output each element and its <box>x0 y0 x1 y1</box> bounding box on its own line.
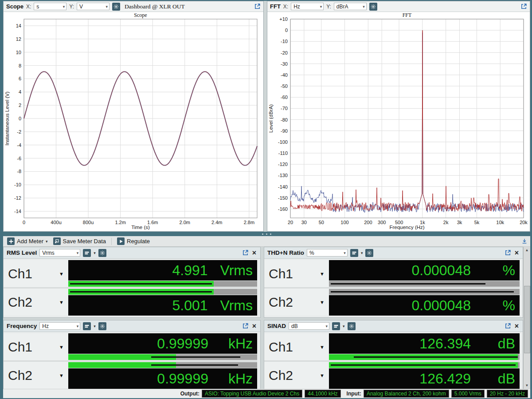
chevron-down-icon: ▾ <box>106 4 108 9</box>
chevron-down-icon: ▾ <box>363 4 365 9</box>
scrollbar-thumb[interactable] <box>524 286 530 353</box>
chevron-down-icon: ▼ <box>320 344 325 350</box>
svg-text:-100: -100 <box>278 139 288 145</box>
gear-icon[interactable] <box>369 3 377 11</box>
unit-select[interactable]: dB▾ <box>289 322 329 330</box>
svg-text:800u: 800u <box>83 220 94 225</box>
svg-text:3k: 3k <box>457 220 462 225</box>
svg-text:2.4m: 2.4m <box>211 220 222 225</box>
meters-scrollbar[interactable]: ▲ ▼ <box>523 247 530 389</box>
svg-text:-14: -14 <box>14 209 21 214</box>
level-bar <box>329 281 520 287</box>
save-meter-data-button[interactable]: Save Meter Data <box>52 237 108 245</box>
meter-display-icon[interactable] <box>83 249 91 257</box>
channel-selector[interactable]: Ch1▼ <box>264 260 329 287</box>
channel-selector[interactable]: Ch2▼ <box>4 362 68 389</box>
svg-text:2k: 2k <box>443 220 449 225</box>
svg-text:-20: -20 <box>281 50 288 55</box>
output-device-badge: ASIO: Topping USB Audio Device 2 Chs <box>202 390 302 398</box>
channel-selector[interactable]: Ch1▼ <box>4 260 68 287</box>
popout-icon[interactable] <box>520 3 527 10</box>
close-icon[interactable]: × <box>514 323 520 330</box>
svg-text:-10: -10 <box>281 39 288 44</box>
add-meter-button[interactable]: Add Meter ▾ <box>6 237 49 245</box>
input-label: Input: <box>347 391 361 397</box>
meter-display: 0.99999kHz <box>68 333 257 354</box>
level-bar <box>329 289 520 295</box>
chevron-down-icon: ▼ <box>320 271 325 277</box>
meter-display-icon[interactable] <box>350 249 358 257</box>
svg-text:+10: +10 <box>279 16 288 22</box>
unit-select[interactable]: Hz▾ <box>39 322 80 330</box>
popout-icon[interactable] <box>254 3 261 10</box>
regulate-button[interactable]: Regulate <box>116 237 151 245</box>
gear-icon[interactable] <box>98 249 106 257</box>
chevron-down-icon: ▼ <box>320 373 325 378</box>
scope-plot[interactable]: 0400u800u1.2m1.6m2.0m2.4m2.8m-14-12-10-8… <box>4 12 263 231</box>
meter-display: 0.000048% <box>329 295 520 316</box>
meter-display-icon[interactable] <box>83 322 91 330</box>
unit-select[interactable]: %▾ <box>307 249 348 257</box>
svg-text:20k: 20k <box>520 220 528 225</box>
meter-body: Ch1▼126.394dBCh2▼126.429dB <box>264 332 523 389</box>
dock-icon[interactable] <box>521 238 528 245</box>
svg-text:2.0m: 2.0m <box>180 220 190 225</box>
scope-x-axis-select[interactable]: s▾ <box>34 3 66 10</box>
meter-display-icon[interactable] <box>332 322 340 330</box>
scope-y-axis-select[interactable]: V▾ <box>77 3 110 10</box>
svg-text:-80: -80 <box>281 117 288 122</box>
meter-body: Ch1▼0.99999kHzCh2▼0.99999kHz <box>4 332 260 389</box>
svg-text:-150: -150 <box>278 195 288 201</box>
svg-text:4: 4 <box>19 89 21 95</box>
svg-text:50: 50 <box>319 220 324 225</box>
svg-text:20: 20 <box>288 220 293 225</box>
fft-panel-header: FFT X: Hz▾ Y: dBrA▾ <box>267 1 530 12</box>
chevron-down-icon: ▼ <box>59 271 64 277</box>
unit-select[interactable]: Vrms▾ <box>39 249 80 257</box>
channel-selector[interactable]: Ch2▼ <box>264 362 329 389</box>
svg-text:Time (s): Time (s) <box>131 225 150 230</box>
svg-text:-10: -10 <box>14 182 21 187</box>
chevron-down-icon: ▾ <box>94 251 96 255</box>
channel-selector[interactable]: Ch2▼ <box>4 288 68 316</box>
level-bar <box>68 354 257 360</box>
gear-icon[interactable] <box>365 249 373 257</box>
fft-x-axis-select[interactable]: Hz▾ <box>291 3 324 10</box>
meter-header: RMS LevelVrms▾▾× <box>4 247 260 259</box>
fft-plot[interactable]: 2030501002003005001k2k3k5k10k20k-160-150… <box>267 12 530 231</box>
close-icon[interactable]: × <box>251 323 257 330</box>
close-icon[interactable]: × <box>514 249 520 257</box>
popout-icon[interactable] <box>242 249 249 256</box>
channel-selector[interactable]: Ch2▼ <box>264 288 329 316</box>
close-icon[interactable]: × <box>251 249 257 257</box>
scroll-up-icon[interactable]: ▲ <box>524 247 530 253</box>
level-bar <box>68 362 257 368</box>
gear-icon[interactable] <box>348 322 356 330</box>
fft-title: FFT <box>270 3 281 10</box>
channel-selector[interactable]: Ch1▼ <box>264 333 329 360</box>
meter-display: 4.991Vrms <box>68 260 257 280</box>
popout-icon[interactable] <box>505 249 511 256</box>
svg-text:2.8m: 2.8m <box>244 220 254 225</box>
svg-text:-50: -50 <box>281 83 288 89</box>
regulate-play-icon <box>117 237 125 245</box>
gear-icon[interactable] <box>98 322 106 330</box>
svg-text:10k: 10k <box>496 220 504 225</box>
channel-selector[interactable]: Ch1▼ <box>4 333 68 360</box>
scroll-down-icon[interactable]: ▼ <box>524 382 530 389</box>
horizontal-splitter[interactable] <box>3 232 530 236</box>
svg-text:14: 14 <box>16 23 21 28</box>
svg-text:400u: 400u <box>51 220 61 225</box>
gear-icon[interactable] <box>112 3 120 11</box>
scope-x-label: X: <box>26 4 31 10</box>
fft-y-axis-select[interactable]: dBrA▾ <box>334 3 367 10</box>
popout-icon[interactable] <box>242 323 249 329</box>
meter-toolbar: Add Meter ▾ Save Meter Data Regulate <box>3 236 530 247</box>
svg-text:-12: -12 <box>14 195 21 201</box>
svg-text:1.2m: 1.2m <box>115 220 125 225</box>
level-bar <box>329 362 520 368</box>
meter-title: THD+N Ratio <box>267 249 304 256</box>
scope-title: Scope <box>6 3 23 10</box>
popout-icon[interactable] <box>505 323 511 329</box>
fft-panel: FFT X: Hz▾ Y: dBrA▾ 2030501002003005001k… <box>267 1 530 232</box>
